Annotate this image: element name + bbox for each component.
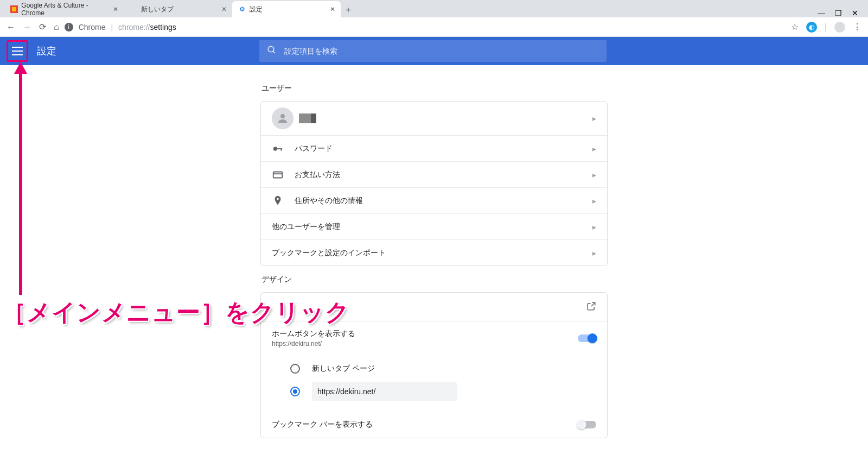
site-info-icon[interactable]: i bbox=[65, 23, 73, 31]
chevron-right-icon: ▸ bbox=[592, 249, 596, 257]
chevron-right-icon: ▸ bbox=[592, 197, 596, 205]
nav-controls: ← → ⟳ ⌂ bbox=[7, 22, 59, 32]
svg-rect-2 bbox=[12, 47, 23, 48]
settings-search[interactable] bbox=[259, 40, 607, 62]
back-icon[interactable]: ← bbox=[7, 22, 15, 32]
row-label: 住所やその他の情報 bbox=[295, 196, 363, 206]
reload-icon[interactable]: ⟳ bbox=[39, 22, 46, 32]
address-row[interactable]: 住所やその他の情報 ▸ bbox=[261, 187, 607, 213]
arts-favicon-icon bbox=[10, 5, 18, 14]
pin-icon bbox=[272, 195, 295, 207]
radio-custom-url[interactable] bbox=[272, 380, 596, 403]
row-label: 他のユーザーを管理 bbox=[272, 222, 340, 232]
home-radios: 新しいタブ ページ bbox=[261, 355, 607, 412]
tab-bar: Google Arts & Culture - Chrome ✕ 新しいタブ ✕… bbox=[0, 0, 868, 17]
row-label: ブックマークと設定のインポート bbox=[272, 248, 386, 258]
url-scheme: Chrome bbox=[79, 23, 106, 31]
home-nav-icon[interactable]: ⌂ bbox=[54, 22, 59, 32]
profile-name-redacted bbox=[299, 113, 316, 123]
bookmark-bar-toggle[interactable] bbox=[578, 421, 596, 428]
svg-rect-3 bbox=[12, 51, 23, 52]
chevron-right-icon: ▸ bbox=[592, 223, 596, 231]
star-icon[interactable]: ☆ bbox=[791, 22, 799, 32]
blank-favicon-icon bbox=[129, 5, 138, 14]
page-title: 設定 bbox=[37, 45, 56, 58]
tab-title: Google Arts & Culture - Chrome bbox=[21, 2, 110, 17]
svg-rect-4 bbox=[12, 54, 23, 55]
main-menu-button[interactable] bbox=[7, 40, 28, 62]
section-title-design: デザイン bbox=[261, 275, 608, 285]
close-window-icon[interactable]: ✕ bbox=[852, 9, 858, 17]
tab-newtab[interactable]: 新しいタブ ✕ bbox=[124, 1, 232, 17]
tab-settings[interactable]: ⚙ 設定 ✕ bbox=[232, 1, 341, 17]
radio-newtab[interactable]: 新しいタブ ページ bbox=[272, 357, 596, 380]
tab-arts[interactable]: Google Arts & Culture - Chrome ✕ bbox=[4, 1, 124, 17]
maximize-icon[interactable]: ❐ bbox=[835, 9, 842, 17]
row-label: パスワード bbox=[295, 144, 333, 154]
manage-users-row[interactable]: 他のユーザーを管理 ▸ bbox=[261, 213, 607, 239]
key-icon bbox=[272, 143, 295, 155]
svg-rect-11 bbox=[273, 172, 283, 178]
window-controls: — ❐ ✕ bbox=[818, 9, 864, 17]
svg-rect-1 bbox=[12, 7, 16, 11]
annotation-callout: ［メインメニュー］をクリック bbox=[2, 296, 350, 329]
minimize-icon[interactable]: — bbox=[818, 9, 825, 17]
tab-title: 新しいタブ bbox=[141, 5, 174, 14]
payment-row[interactable]: お支払い方法 ▸ bbox=[261, 161, 607, 187]
new-tab-button[interactable]: ＋ bbox=[341, 2, 356, 17]
svg-point-7 bbox=[280, 114, 285, 118]
chevron-right-icon: ▸ bbox=[592, 144, 596, 153]
section-title-user: ユーザー bbox=[261, 84, 608, 93]
svg-rect-10 bbox=[281, 148, 282, 151]
forward-icon[interactable]: → bbox=[23, 22, 31, 32]
radio-label: 新しいタブ ページ bbox=[312, 364, 375, 374]
hamburger-icon bbox=[12, 47, 23, 55]
home-url-input[interactable] bbox=[312, 382, 457, 401]
user-card: ▸ パスワード ▸ お支払い方法 ▸ 住所やその他の情報 ▸ 他のユーザーを管理… bbox=[260, 101, 608, 266]
url-text: chrome://settings bbox=[118, 23, 176, 31]
radio-icon bbox=[290, 364, 300, 374]
chevron-right-icon: ▸ bbox=[592, 114, 596, 123]
password-row[interactable]: パスワード ▸ bbox=[261, 135, 607, 161]
settings-content-scroll[interactable]: ユーザー ▸ パスワード ▸ お支払い方法 ▸ 住所やその他の情報 ▸ bbox=[0, 65, 868, 467]
avatar-icon bbox=[272, 108, 293, 129]
close-icon[interactable]: ✕ bbox=[113, 5, 118, 13]
home-button-toggle[interactable] bbox=[578, 335, 596, 342]
settings-content: ユーザー ▸ パスワード ▸ お支払い方法 ▸ 住所やその他の情報 ▸ bbox=[260, 65, 608, 460]
row-label: お支払い方法 bbox=[295, 170, 340, 180]
settings-header: 設定 bbox=[0, 37, 868, 65]
bookmark-bar-row: ブックマーク バーを表示する bbox=[261, 412, 607, 438]
gear-icon: ⚙ bbox=[238, 5, 246, 14]
profile-row[interactable]: ▸ bbox=[261, 102, 607, 135]
svg-point-13 bbox=[277, 198, 279, 200]
svg-point-8 bbox=[273, 147, 277, 150]
menu-dots-icon[interactable]: ⋮ bbox=[853, 22, 861, 32]
launch-icon bbox=[586, 301, 596, 313]
card-icon bbox=[272, 169, 295, 181]
radio-icon bbox=[290, 387, 300, 396]
profile-avatar-icon[interactable] bbox=[834, 22, 845, 33]
import-row[interactable]: ブックマークと設定のインポート ▸ bbox=[261, 239, 607, 266]
row-label: ホームボタンを表示する bbox=[272, 329, 355, 339]
row-label: ブックマーク バーを表示する bbox=[272, 420, 373, 430]
address-bar: ← → ⟳ ⌂ i Chrome | chrome://settings ☆ ◐… bbox=[0, 17, 868, 37]
close-icon[interactable]: ✕ bbox=[330, 5, 335, 13]
chevron-right-icon: ▸ bbox=[592, 171, 596, 179]
close-icon[interactable]: ✕ bbox=[221, 5, 227, 13]
omnibox[interactable]: i Chrome | chrome://settings bbox=[65, 23, 786, 31]
svg-line-6 bbox=[273, 51, 275, 53]
row-sublabel: https://dekiru.net/ bbox=[272, 340, 355, 348]
search-icon bbox=[267, 45, 277, 57]
annotation-arrow bbox=[14, 62, 27, 295]
toolbar-right: ☆ ◐ | ⋮ bbox=[791, 22, 861, 33]
search-input[interactable] bbox=[284, 47, 599, 55]
extension-icon[interactable]: ◐ bbox=[806, 22, 817, 33]
tab-title: 設定 bbox=[250, 5, 263, 14]
svg-point-5 bbox=[268, 46, 274, 52]
